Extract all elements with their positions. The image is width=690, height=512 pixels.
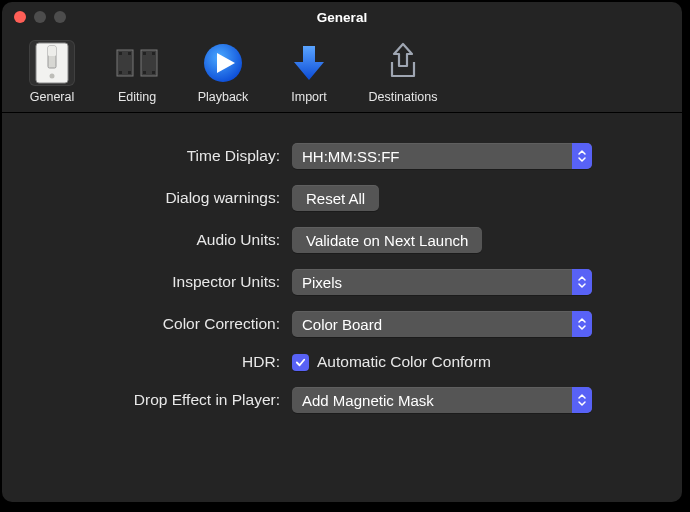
select-value: HH:MM:SS:FF (302, 148, 400, 165)
svg-rect-8 (119, 71, 122, 74)
select-time-display[interactable]: HH:MM:SS:FF (292, 143, 592, 169)
row-inspector-units: Inspector Units: Pixels (32, 269, 652, 295)
tab-import[interactable]: Import (268, 38, 350, 104)
row-drop-effect: Drop Effect in Player: Add Magnetic Mask (32, 387, 652, 413)
label-time-display: Time Display: (32, 147, 292, 165)
check-icon (295, 357, 306, 368)
tab-label: Editing (118, 90, 156, 104)
svg-rect-11 (152, 52, 155, 55)
svg-rect-6 (119, 52, 122, 55)
button-validate-next-launch[interactable]: Validate on Next Launch (292, 227, 482, 253)
share-icon (386, 42, 420, 84)
play-icon (202, 42, 244, 84)
row-dialog-warnings: Dialog warnings: Reset All (32, 185, 652, 211)
row-time-display: Time Display: HH:MM:SS:FF (32, 143, 652, 169)
tab-editing[interactable]: Editing (96, 38, 178, 104)
tab-label: Playback (198, 90, 249, 104)
general-icon (35, 42, 69, 84)
svg-point-3 (50, 74, 55, 79)
titlebar: General (2, 2, 682, 32)
chevron-up-down-icon (572, 387, 592, 413)
tab-label: General (30, 90, 74, 104)
svg-rect-12 (143, 71, 146, 74)
label-color-correction: Color Correction: (32, 315, 292, 333)
toolbar: General Editing (2, 32, 682, 113)
filmstrip-icon (114, 42, 160, 84)
select-value: Add Magnetic Mask (302, 392, 434, 409)
label-drop-effect: Drop Effect in Player: (32, 391, 292, 409)
tab-destinations[interactable]: Destinations (354, 38, 452, 104)
tab-playback[interactable]: Playback (182, 38, 264, 104)
svg-rect-9 (128, 71, 131, 74)
select-drop-effect[interactable]: Add Magnetic Mask (292, 387, 592, 413)
label-hdr: HDR: (32, 353, 292, 371)
row-hdr: HDR: Automatic Color Conform (32, 353, 652, 371)
select-inspector-units[interactable]: Pixels (292, 269, 592, 295)
svg-rect-13 (152, 71, 155, 74)
chevron-up-down-icon (572, 269, 592, 295)
tab-general[interactable]: General (12, 38, 92, 104)
settings-form: Time Display: HH:MM:SS:FF Dialog warning… (2, 113, 682, 413)
button-reset-all[interactable]: Reset All (292, 185, 379, 211)
row-color-correction: Color Correction: Color Board (32, 311, 652, 337)
tab-label: Destinations (369, 90, 438, 104)
svg-rect-2 (48, 46, 56, 56)
checkbox-hdr-auto-conform[interactable] (292, 354, 309, 371)
row-audio-units: Audio Units: Validate on Next Launch (32, 227, 652, 253)
chevron-up-down-icon (572, 143, 592, 169)
select-value: Color Board (302, 316, 382, 333)
window-title: General (2, 10, 682, 25)
preferences-window: General General (2, 2, 682, 502)
label-audio-units: Audio Units: (32, 231, 292, 249)
svg-rect-7 (128, 52, 131, 55)
label-inspector-units: Inspector Units: (32, 273, 292, 291)
chevron-up-down-icon (572, 311, 592, 337)
svg-rect-10 (143, 52, 146, 55)
select-color-correction[interactable]: Color Board (292, 311, 592, 337)
tab-label: Import (291, 90, 326, 104)
label-dialog-warnings: Dialog warnings: (32, 189, 292, 207)
select-value: Pixels (302, 274, 342, 291)
arrow-down-icon (290, 42, 328, 84)
checkbox-label: Automatic Color Conform (317, 353, 491, 371)
